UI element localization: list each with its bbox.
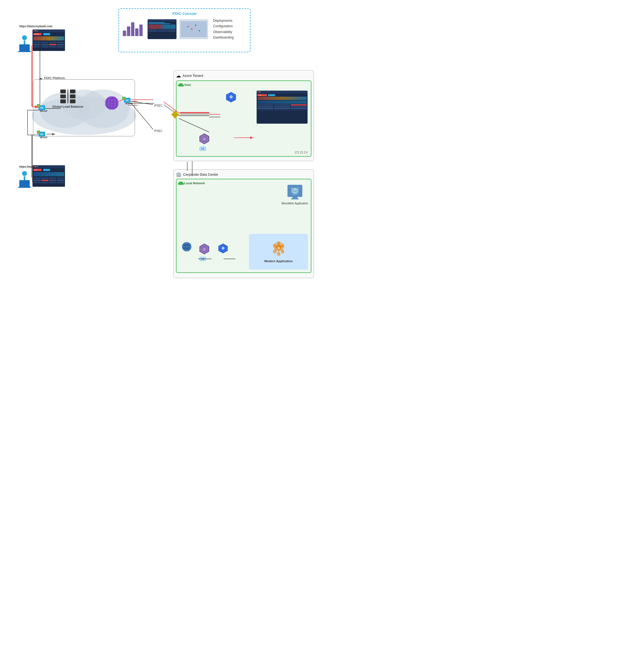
waap-label-2: WAAP	[40, 136, 47, 139]
waap-label-1: WAAP	[40, 110, 47, 112]
corp-router-icon	[181, 242, 192, 253]
azure-hex-icon: ⚙	[226, 92, 236, 104]
console-map-screenshot	[179, 19, 208, 39]
svg-text:⚙: ⚙	[229, 95, 233, 99]
lock-icon-3: 🔒	[122, 97, 125, 100]
corp-title: Corporate Data Center	[183, 173, 218, 176]
azure-ip-label: 172.21.2.4	[295, 151, 308, 154]
console-title: F5XC Console	[123, 12, 246, 16]
feature-configuration: Configuration	[213, 23, 234, 29]
monitor-icon	[287, 185, 302, 197]
corp-ce-cluster	[199, 243, 210, 256]
local-net-box: Local Network	[176, 179, 311, 273]
console-chart-icon	[123, 22, 142, 37]
vnet-cloud-icon	[179, 83, 183, 86]
svg-text:⚙: ⚙	[221, 246, 225, 250]
top-url-label: https://www.mybank.com	[19, 25, 65, 28]
top-user-icon	[19, 35, 30, 51]
diamond-icon	[171, 110, 179, 120]
svg-marker-59	[273, 249, 276, 254]
azure-app-screenshot: 123.281	[257, 91, 308, 124]
svg-marker-57	[281, 249, 284, 254]
vnet-box: Vnet ⚙ 123.281	[176, 80, 311, 157]
monolithic-label: Monolithic Application	[282, 202, 308, 205]
waap-label-3: WAAP	[125, 102, 133, 105]
corp-ce-badge: CE	[200, 257, 206, 261]
svg-point-54	[277, 247, 280, 250]
modern-app-box: Modern Application	[249, 234, 308, 270]
ipsec-label-top: IPSEC	[154, 104, 162, 107]
bottom-user-group: https://www.mybank.com 123.281	[19, 165, 65, 187]
platform-title: F5XC Platform	[44, 76, 65, 80]
azure-tenant-box: ☁ Azure Tenant Vnet ⚙	[174, 70, 314, 161]
lock-icon-2: 🔒	[37, 131, 40, 134]
svg-marker-58	[277, 252, 280, 256]
diagram-container: F5XC Console	[0, 0, 320, 336]
top-dashboard-screenshot: 123.281	[32, 29, 65, 51]
monolithic-app-group: Monolithic Application	[282, 185, 308, 205]
f5xc-console-box: F5XC Console	[119, 8, 250, 52]
svg-point-34	[203, 137, 206, 141]
feature-deployments: Deployments	[213, 18, 234, 23]
vnet-label: Vnet	[184, 83, 191, 86]
modern-app-label: Modern Application	[264, 259, 292, 263]
console-features: Deployments Configuration Observability …	[211, 18, 234, 40]
azure-ce-badge: CE	[200, 147, 206, 151]
bottom-user-icon	[19, 171, 30, 187]
load-balancer-icon: Global Load Balancer	[52, 90, 83, 108]
platform-cloud: ☁ F5XC Platform Global Load Balancer	[29, 75, 139, 138]
azure-cloud-icon: ☁	[176, 73, 181, 79]
corp-hex-icon: ⚙	[218, 243, 228, 255]
svg-point-48	[203, 247, 206, 251]
corp-dc-box: 🏢 Corporate Data Center Local Network	[174, 170, 314, 278]
ipsec-label-bottom: IPSEC	[154, 130, 162, 133]
feature-dashboarding: Dashboarding	[213, 35, 234, 40]
local-net-label: Local Network	[184, 182, 205, 185]
azure-title: Azure Tenant	[182, 74, 203, 78]
console-dashboard-screenshot	[148, 19, 177, 39]
modern-app-icon	[270, 241, 287, 258]
bottom-dashboard-screenshot: 123.281	[32, 165, 65, 187]
svg-rect-37	[292, 194, 298, 195]
lock-icon-1: 🔒	[37, 104, 40, 107]
azure-ce-cluster-icon	[199, 133, 210, 146]
top-user-group: https://www.mybank.com 123.281	[19, 25, 65, 51]
building-icon: 🏢	[176, 172, 181, 177]
lb-label: Global Load Balancer	[52, 105, 83, 108]
feature-observability: Observability	[213, 29, 234, 35]
globe-icon	[105, 96, 119, 111]
